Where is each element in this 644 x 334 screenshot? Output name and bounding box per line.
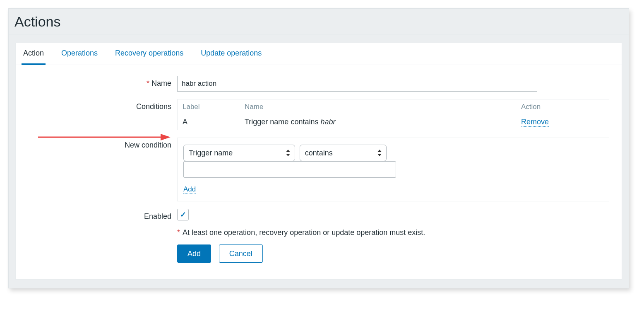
- conditions-table: Label Name Action A Trigger name contain…: [177, 99, 609, 130]
- tab-update-operations[interactable]: Update operations: [199, 43, 263, 65]
- chevron-updown-icon: [377, 150, 382, 156]
- tab-action[interactable]: Action: [22, 43, 46, 65]
- cancel-button[interactable]: Cancel: [219, 244, 263, 263]
- svg-marker-4: [377, 150, 382, 152]
- condition-name: Trigger name contains habr: [245, 118, 521, 126]
- page-title: Actions: [14, 14, 629, 30]
- asterisk-icon: *: [177, 228, 180, 237]
- name-label: Name: [16, 76, 177, 88]
- condition-type-select[interactable]: Trigger name: [183, 145, 295, 161]
- condition-operator-select[interactable]: contains: [300, 145, 387, 161]
- svg-marker-2: [286, 150, 290, 152]
- add-condition-link[interactable]: Add: [183, 185, 196, 194]
- cond-header-name: Name: [245, 103, 521, 111]
- enabled-label: Enabled: [16, 209, 177, 221]
- tab-recovery-operations[interactable]: Recovery operations: [113, 43, 185, 65]
- condition-operator-value: contains: [305, 149, 371, 157]
- new-condition-label: New condition: [16, 138, 177, 150]
- page-container: Actions Action Operations Recovery opera…: [8, 8, 629, 288]
- condition-row: A Trigger name contains habr Remove: [178, 114, 609, 130]
- conditions-label: Conditions: [16, 99, 177, 111]
- cond-header-label: Label: [183, 103, 245, 111]
- note-text: At least one operation, recovery operati…: [183, 228, 425, 237]
- condition-name-value: habr: [320, 118, 335, 126]
- action-form: Name Conditions Label Name Action: [16, 76, 622, 272]
- tab-operations[interactable]: Operations: [60, 43, 99, 65]
- divider: [9, 34, 629, 34]
- required-note: *At least one operation, recovery operat…: [177, 228, 613, 237]
- condition-name-prefix: Trigger name contains: [245, 118, 320, 126]
- enabled-checkbox[interactable]: ✓: [177, 209, 189, 220]
- condition-value-input[interactable]: [183, 161, 396, 178]
- name-input[interactable]: [177, 76, 537, 92]
- form-card: Action Operations Recovery operations Up…: [15, 43, 622, 280]
- chevron-updown-icon: [286, 150, 291, 156]
- new-condition-box: Trigger name contains: [177, 138, 609, 201]
- condition-remove-link[interactable]: Remove: [521, 118, 549, 127]
- add-button[interactable]: Add: [177, 244, 211, 263]
- condition-type-value: Trigger name: [189, 149, 280, 157]
- conditions-header: Label Name Action: [178, 99, 609, 114]
- svg-marker-3: [286, 154, 290, 156]
- svg-marker-5: [377, 154, 382, 156]
- condition-label: A: [183, 118, 245, 126]
- cond-header-action: Action: [521, 103, 604, 111]
- check-icon: ✓: [180, 210, 186, 219]
- tabs: Action Operations Recovery operations Up…: [16, 43, 622, 65]
